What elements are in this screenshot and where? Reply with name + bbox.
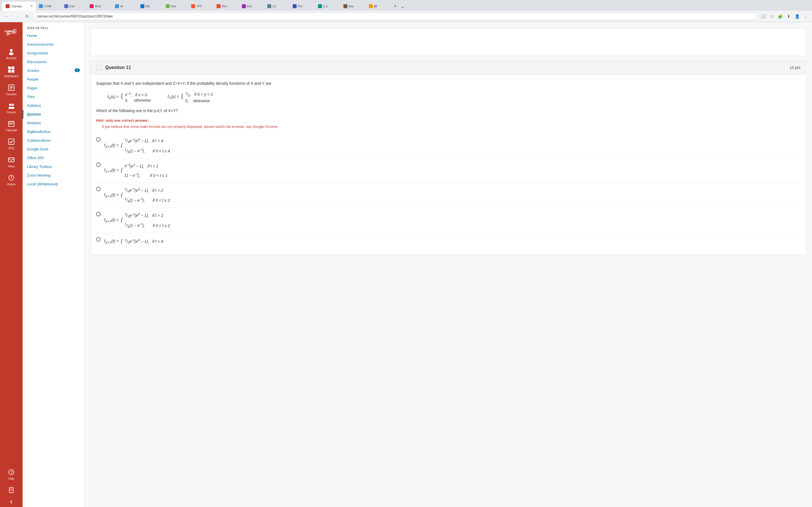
menu-button[interactable]: ⋮ — [802, 13, 809, 20]
sidebar-link-lucid[interactable]: Lucid (Whiteboard) — [22, 180, 84, 188]
tab-w2[interactable]: W — [112, 2, 138, 11]
nav-item-sfq[interactable]: SFQ — [0, 135, 22, 153]
nav-collapse-button[interactable] — [0, 497, 22, 507]
cast-button[interactable]: ⬜ — [760, 13, 767, 20]
radio-option-5[interactable] — [96, 237, 101, 242]
svg-rect-19 — [10, 124, 10, 125]
profile-button[interactable]: 👤 — [794, 13, 801, 20]
inbox-icon — [7, 156, 15, 164]
download-button[interactable]: ⬇ — [785, 13, 792, 20]
tab-mic[interactable]: Mic — [138, 2, 163, 11]
tab-title-ypf: YPF — [196, 4, 211, 8]
sidebar-link-discussions[interactable]: Discussions — [22, 57, 84, 66]
bookmark-button[interactable]: ☆ — [768, 13, 775, 20]
active-tab[interactable]: Canvas × — [2, 2, 36, 11]
new-tab-button[interactable]: + — [391, 2, 399, 10]
tab-bra[interactable]: Bra — [239, 2, 264, 11]
sidebar-link-grades[interactable]: Grades 2 — [22, 66, 84, 75]
nav-groups-label: Groups — [7, 111, 16, 114]
radio-option-2[interactable] — [96, 163, 101, 167]
svg-rect-3 — [8, 66, 11, 69]
tab-favicon-res — [166, 4, 170, 8]
tab-ypf[interactable]: YPF — [188, 2, 214, 11]
svg-point-11 — [9, 104, 11, 106]
tab-favicon-canvas — [6, 4, 10, 8]
tab-title-canvas: Canvas — [11, 4, 29, 8]
nav-item-account[interactable]: Account — [0, 45, 22, 63]
sidebar-link-collaborations[interactable]: Collaborations — [22, 136, 84, 145]
answer-math-1: fX+Y(t) = { 1/4e−t(e4 − 1), if t > 4 1/4… — [104, 136, 170, 155]
nav-item-help[interactable]: ? Help — [0, 465, 22, 483]
radio-option-1[interactable] — [96, 137, 101, 142]
question-flag-checkbox[interactable] — [96, 65, 102, 70]
tab-com[interactable]: COM — [36, 2, 61, 11]
nav-calendar-label: Calendar — [6, 129, 17, 132]
tab-title-bra: Bra — [247, 4, 262, 8]
tab-chi[interactable]: 鋼 — [366, 2, 391, 11]
sidebar-link-librarytoolbox[interactable]: Library Toolbox — [22, 162, 84, 171]
nav-library-icon[interactable] — [0, 483, 22, 497]
course-sidebar: 2024-25 FALL Home Announcements Assignme… — [22, 22, 85, 507]
tab-num[interactable]: 1-C — [315, 2, 341, 11]
nav-item-groups[interactable]: Groups — [0, 99, 22, 117]
tab-favicon-one — [267, 4, 271, 8]
tab-title-res: Res — [171, 4, 186, 8]
nav-item-calendar[interactable]: Calendar — [0, 117, 22, 135]
tab-mar[interactable]: Mar — [341, 2, 366, 11]
tab-int[interactable]: Inte — [61, 2, 87, 11]
radio-option-4[interactable] — [96, 212, 101, 216]
back-button[interactable]: ← — [3, 12, 11, 20]
hint-sub-text: If you believe that some math formals ar… — [96, 125, 801, 129]
sidebar-link-googledrive[interactable]: Google Drive — [22, 145, 84, 154]
tab-favicon-res2 — [216, 4, 220, 8]
tab-one[interactable]: (1) — [264, 2, 290, 11]
tab-web[interactable]: Web — [87, 2, 112, 11]
sidebar-link-people[interactable]: People — [22, 75, 84, 83]
tab-favicon-chi — [369, 4, 373, 8]
tab-title-w2: W — [120, 4, 135, 8]
tab-favicon-web — [90, 4, 94, 8]
svg-rect-4 — [11, 66, 14, 69]
url-input[interactable]: canvas.ust.hk/courses/59572/quizzes/1285… — [33, 12, 757, 20]
nav-item-courses[interactable]: Courses — [0, 81, 22, 99]
sidebar-link-zoommeeting[interactable]: Zoom Meeting — [22, 171, 84, 180]
sidebar-link-home[interactable]: Home — [22, 31, 84, 40]
app-container: canvas Account Dashboard Courses — [0, 22, 812, 507]
forward-button[interactable]: → — [13, 12, 21, 20]
sidebar-link-modules[interactable]: Modules — [22, 119, 84, 127]
question-11-points: 10 pts — [790, 65, 801, 70]
nav-item-history[interactable]: History — [0, 171, 22, 189]
tab-favicon-ypf — [191, 4, 195, 8]
tab-title-num: 1-C — [323, 4, 338, 8]
svg-point-12 — [11, 104, 14, 106]
answer-option-5: fX+Y(t) = { 1/2e−t(e4 − 1), if t > 4 — [96, 233, 801, 249]
tab-res2[interactable]: Res — [214, 2, 239, 11]
svg-point-14 — [11, 107, 14, 109]
sidebar-link-syllabus[interactable]: Syllabus — [22, 101, 84, 110]
answer-math-5: fX+Y(t) = { 1/2e−t(e4 − 1), if t > 4 — [104, 237, 163, 245]
sidebar-link-assignments[interactable]: Assignments — [22, 49, 84, 57]
reload-button[interactable]: ↻ — [23, 12, 31, 20]
sidebar-link-quizzes[interactable]: Quizzes — [22, 110, 84, 119]
sidebar-link-office365[interactable]: Office 365 — [22, 154, 84, 162]
tab-overflow-button[interactable]: ⌄ — [400, 3, 405, 9]
nav-item-dashboard[interactable]: Dashboard — [0, 63, 22, 81]
sidebar-link-announcements[interactable]: Announcements — [22, 40, 84, 49]
tab-title-com: COM — [44, 4, 59, 8]
tab-favicon-per — [293, 4, 297, 8]
tab-res[interactable]: Res — [163, 2, 188, 11]
canvas-logo[interactable]: canvas — [0, 22, 22, 45]
library-icon — [7, 486, 15, 494]
radio-option-3[interactable] — [96, 187, 101, 191]
course-term: 2024-25 FALL — [22, 22, 84, 31]
tab-close-canvas[interactable]: × — [31, 4, 33, 8]
tab-favicon-com — [39, 4, 43, 8]
nav-history-label: History — [7, 183, 15, 186]
sidebar-link-pages[interactable]: Pages — [22, 83, 84, 93]
sidebar-link-bigbluebutton[interactable]: BigBlueButton — [22, 127, 84, 136]
sidebar-link-files[interactable]: Files — [22, 93, 84, 101]
tab-per[interactable]: Per — [290, 2, 315, 11]
question-which-pdf: Which of the following one is the p.d.f.… — [96, 108, 801, 114]
extensions-button[interactable]: 🧩 — [776, 13, 784, 20]
nav-item-inbox[interactable]: Inbox — [0, 153, 22, 171]
